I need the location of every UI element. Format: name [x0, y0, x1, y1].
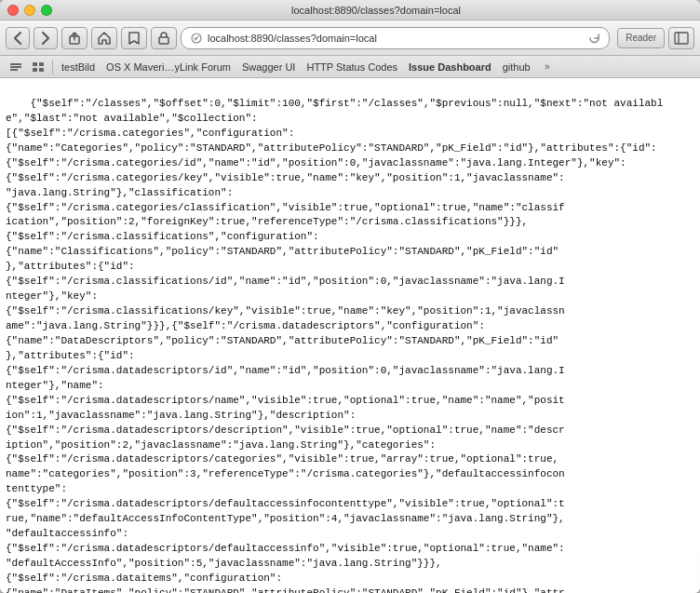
svg-rect-1	[159, 37, 168, 44]
svg-rect-5	[10, 66, 21, 68]
forward-button[interactable]	[34, 27, 58, 49]
browser-window: localhost:8890/classes?domain=local	[0, 0, 700, 593]
bookmarks-list-icon[interactable]	[6, 59, 26, 75]
toolbar: Reader	[0, 20, 700, 56]
bookmarks-button[interactable]	[121, 27, 147, 49]
lock-button[interactable]	[151, 27, 177, 49]
bookmark-github[interactable]: github	[498, 60, 535, 74]
reader-button[interactable]: Reader	[617, 28, 665, 48]
json-content: {"$self":"/classes","$offset":0,"$limit"…	[6, 98, 663, 593]
bookmark-testbild[interactable]: testBild	[57, 60, 100, 74]
bookmark-issue-dashboard[interactable]: Issue Dashboard	[404, 60, 496, 74]
refresh-icon	[588, 32, 601, 45]
security-icon	[189, 31, 204, 46]
close-button[interactable]	[7, 5, 19, 16]
bookmark-http-status[interactable]: HTTP Status Codes	[302, 60, 402, 74]
svg-rect-7	[33, 62, 37, 66]
bookmark-swagger[interactable]: Swagger UI	[237, 60, 300, 74]
window-title: localhost:8890/classes?domain=local	[60, 5, 693, 16]
bookmark-os-x[interactable]: OS X Maveri…yLink Forum	[101, 60, 236, 74]
bookmarks-overflow-button[interactable]: »	[539, 59, 556, 75]
svg-rect-10	[39, 68, 44, 72]
svg-rect-3	[675, 33, 688, 44]
svg-rect-6	[10, 69, 18, 71]
address-bar-container[interactable]	[181, 27, 610, 49]
back-button[interactable]	[6, 27, 30, 49]
bookmarks-separator	[52, 60, 53, 74]
sidebar-toggle-button[interactable]	[668, 27, 694, 49]
share-button[interactable]	[61, 27, 88, 49]
svg-rect-9	[33, 68, 37, 72]
svg-rect-4	[10, 63, 21, 65]
content-area[interactable]: {"$self":"/classes","$offset":0,"$limit"…	[0, 78, 700, 593]
maximize-button[interactable]	[41, 5, 52, 16]
address-input[interactable]	[208, 33, 585, 44]
minimize-button[interactable]	[24, 5, 35, 16]
svg-rect-8	[39, 62, 44, 66]
bookmarks-grid-icon[interactable]	[28, 59, 48, 75]
bookmarks-bar: testBild OS X Maveri…yLink Forum Swagger…	[0, 56, 700, 78]
home-button[interactable]	[91, 27, 117, 49]
traffic-lights	[7, 5, 52, 16]
title-bar: localhost:8890/classes?domain=local	[0, 0, 700, 20]
